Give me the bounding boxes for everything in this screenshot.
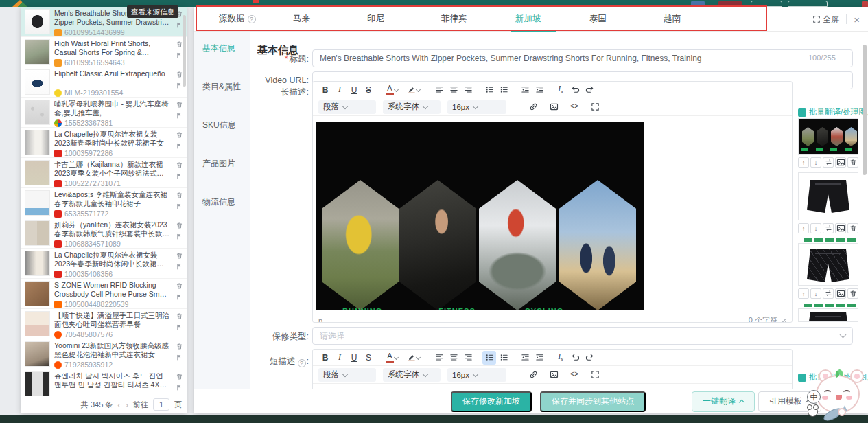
paragraph-select[interactable]: 段落 [318,100,376,114]
font-select[interactable]: 系统字体 [383,368,441,382]
delete-icon[interactable] [847,288,858,299]
flag-icon[interactable] [176,21,183,29]
tab-源数据[interactable]: 源数据? [202,7,277,32]
align-center-icon[interactable] [447,351,460,365]
tab-印尼[interactable]: 印尼 [351,7,425,32]
image-icon[interactable] [547,368,561,382]
size-select[interactable]: 16px [447,100,506,114]
translate-widget-button[interactable]: 中 [807,390,821,404]
thumbnail-image-banner[interactable] [798,118,858,155]
move-up-icon[interactable]: ↑ [798,223,809,233]
image-icon[interactable] [835,288,846,299]
move-down-icon[interactable]: ↓ [810,157,821,168]
help-icon[interactable]: ? [298,359,306,367]
nav-item-产品图片[interactable]: 产品图片 [194,152,250,191]
align-right-icon[interactable] [461,351,475,365]
flag-icon[interactable] [176,172,183,180]
image-icon[interactable] [547,100,561,114]
thumbnail-image-shorts[interactable] [798,172,858,220]
product-list-item[interactable]: La Chapelle拉夏贝尔连衣裙女装2023年春季新时尚休闲中长款裙子女10… [21,249,187,279]
highlight-pen-icon[interactable] [404,83,425,97]
bold-icon[interactable]: B [318,351,332,365]
font-color-icon[interactable]: A [383,83,403,97]
delete-icon[interactable] [176,282,183,290]
product-list-item[interactable]: 哺乳罩母乳喂养围巾 - 婴儿汽车座椅套,婴儿推车盖,155523367381 [21,98,187,128]
delete-icon[interactable] [176,192,183,199]
replace-icon[interactable] [823,223,834,233]
save-and-sync-button[interactable]: 保存并同步到其他站点 [540,391,646,412]
link-icon[interactable] [526,368,540,382]
redo-icon[interactable] [583,83,596,97]
flag-icon[interactable] [176,354,183,361]
product-list-item[interactable]: High Waist Floral Print Shorts, Casual S… [21,37,187,67]
flag-icon[interactable] [176,384,183,391]
warranty-type-select[interactable]: 请选择 [312,327,853,345]
outdent-icon[interactable] [518,351,532,365]
flag-icon[interactable] [176,142,183,150]
highlight-pen-icon[interactable] [404,351,425,365]
editor-content[interactable]: RUNNING FITNESS CYCLING [313,116,792,315]
flag-icon[interactable] [176,52,183,59]
tab-越南[interactable]: 越南 [647,7,721,32]
move-up-icon[interactable]: ↑ [798,288,809,299]
strikethrough-icon[interactable]: S [362,351,375,365]
delete-icon[interactable] [176,373,183,380]
replace-icon[interactable] [823,157,834,168]
close-icon[interactable]: × [854,14,860,25]
product-list-item[interactable]: La Chapelle拉夏贝尔连衣裙女装2023新春季时尚中长款碎花裙子女100… [21,128,187,158]
code-icon[interactable]: <> [567,100,581,114]
expand-icon[interactable] [588,100,602,114]
one-click-translate-button[interactable]: 一键翻译 [692,391,755,412]
image-icon[interactable] [835,157,846,168]
save-singapore-button[interactable]: 保存修改新加坡 [451,391,532,412]
nav-item-物流信息[interactable]: 物流信息 [194,191,250,229]
size-select[interactable]: 16px [447,368,506,382]
title-input[interactable] [312,49,853,67]
page-number-input[interactable] [153,398,169,411]
fullscreen-button[interactable]: 全屏 [812,14,839,25]
italic-icon[interactable]: I [333,83,347,97]
modal-scrollbar[interactable] [863,45,867,175]
long-desc-editor[interactable]: BIUSAIx 段落系统字体16px<> RUNNING FITNESS CYC… [312,81,793,323]
tab-马来[interactable]: 马来 [277,7,351,32]
tab-泰国[interactable]: 泰国 [573,7,647,32]
help-icon[interactable]: ? [248,15,256,23]
thumbnail-image-shorts-pattern[interactable] [798,243,858,286]
move-up-icon[interactable]: ↑ [798,157,809,168]
tab-菲律宾[interactable]: 菲律宾 [425,7,499,32]
undo-icon[interactable] [568,83,582,97]
flag-icon[interactable] [176,203,183,210]
delete-icon[interactable] [176,101,183,108]
redo-icon[interactable] [583,351,596,365]
underline-icon[interactable]: U [347,83,361,97]
prev-page-icon[interactable]: ‹ [117,400,120,409]
product-list-item[interactable]: Flipbelt Classic Azul ExtrapequeñoMLM-21… [21,67,187,98]
list-ul-icon[interactable] [482,83,496,97]
thumbnail-image-partial[interactable] [798,308,858,322]
replace-icon[interactable] [823,288,834,299]
product-list-item[interactable]: 妍莉芬（yanlifen）连衣裙女装2023春季新款韩版气质针织套装中长款吊带裙… [21,218,187,249]
flag-icon[interactable] [176,112,183,119]
align-center-icon[interactable] [447,83,460,97]
move-down-icon[interactable]: ↓ [810,223,821,233]
clear-format-icon[interactable]: Ix [554,83,567,97]
italic-icon[interactable]: I [333,351,347,365]
nav-item-SKU信息[interactable]: SKU信息 [194,114,250,152]
align-right-icon[interactable] [461,83,475,97]
strikethrough-icon[interactable]: S [362,83,375,97]
undo-icon[interactable] [568,351,582,365]
underline-icon[interactable]: U [347,351,361,365]
mascot-mini-icon[interactable] [808,407,818,417]
expand-icon[interactable] [588,368,602,382]
paragraph-select[interactable]: 段落 [318,368,376,382]
font-select[interactable]: 系统字体 [383,100,441,114]
sidebar-scrollbar[interactable] [183,15,186,87]
delete-icon[interactable] [176,71,183,78]
font-color-icon[interactable]: A [383,351,403,365]
align-left-icon[interactable] [432,83,446,97]
clear-format-icon[interactable]: Ix [554,351,567,365]
list-ol-icon[interactable] [497,351,511,365]
delete-icon[interactable] [847,223,858,233]
delete-icon[interactable] [176,131,183,139]
indent-icon[interactable] [532,83,546,97]
